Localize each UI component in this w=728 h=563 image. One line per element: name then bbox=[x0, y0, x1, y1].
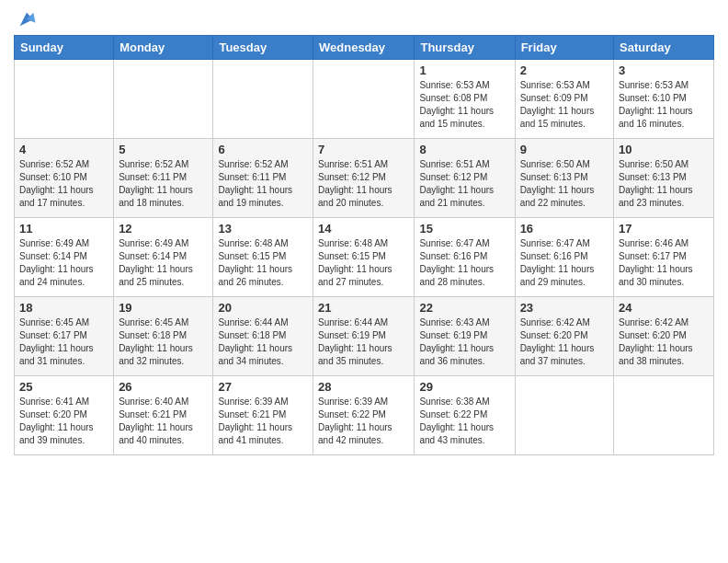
day-number: 28 bbox=[318, 380, 409, 394]
day-cell: 18Sunrise: 6:45 AM Sunset: 6:17 PM Dayli… bbox=[15, 297, 114, 376]
header-row: SundayMondayTuesdayWednesdayThursdayFrid… bbox=[15, 36, 714, 60]
day-cell: 9Sunrise: 6:50 AM Sunset: 6:13 PM Daylig… bbox=[515, 139, 613, 218]
day-info: Sunrise: 6:50 AM Sunset: 6:13 PM Dayligh… bbox=[520, 158, 609, 210]
day-number: 10 bbox=[619, 143, 709, 156]
day-cell bbox=[614, 376, 714, 455]
day-cell: 15Sunrise: 6:47 AM Sunset: 6:16 PM Dayli… bbox=[415, 218, 515, 297]
day-cell bbox=[114, 60, 213, 139]
day-cell: 25Sunrise: 6:41 AM Sunset: 6:20 PM Dayli… bbox=[15, 376, 114, 455]
day-info: Sunrise: 6:47 AM Sunset: 6:16 PM Dayligh… bbox=[419, 237, 509, 289]
day-info: Sunrise: 6:47 AM Sunset: 6:16 PM Dayligh… bbox=[520, 237, 609, 289]
day-cell: 7Sunrise: 6:51 AM Sunset: 6:12 PM Daylig… bbox=[313, 139, 415, 218]
day-number: 20 bbox=[218, 301, 308, 315]
day-info: Sunrise: 6:45 AM Sunset: 6:18 PM Dayligh… bbox=[119, 316, 208, 368]
logo-icon bbox=[17, 9, 37, 29]
day-info: Sunrise: 6:39 AM Sunset: 6:21 PM Dayligh… bbox=[218, 396, 308, 447]
day-number: 26 bbox=[119, 380, 208, 394]
day-cell: 14Sunrise: 6:48 AM Sunset: 6:15 PM Dayli… bbox=[313, 218, 415, 297]
day-cell bbox=[313, 60, 415, 139]
day-number: 11 bbox=[19, 222, 108, 236]
day-number: 29 bbox=[419, 380, 509, 394]
day-cell: 29Sunrise: 6:38 AM Sunset: 6:22 PM Dayli… bbox=[415, 376, 515, 455]
week-row-1: 1Sunrise: 6:53 AM Sunset: 6:08 PM Daylig… bbox=[15, 60, 714, 139]
day-number: 21 bbox=[318, 301, 409, 315]
day-number: 6 bbox=[218, 143, 308, 156]
day-number: 24 bbox=[619, 301, 709, 315]
day-cell: 4Sunrise: 6:52 AM Sunset: 6:10 PM Daylig… bbox=[15, 139, 114, 218]
column-header-friday: Friday bbox=[515, 36, 613, 60]
day-number: 23 bbox=[520, 301, 609, 315]
day-info: Sunrise: 6:52 AM Sunset: 6:11 PM Dayligh… bbox=[119, 158, 208, 210]
column-header-thursday: Thursday bbox=[415, 36, 515, 60]
day-info: Sunrise: 6:45 AM Sunset: 6:17 PM Dayligh… bbox=[19, 316, 108, 368]
day-info: Sunrise: 6:42 AM Sunset: 6:20 PM Dayligh… bbox=[619, 316, 709, 368]
column-header-tuesday: Tuesday bbox=[213, 36, 313, 60]
day-number: 19 bbox=[119, 301, 208, 315]
page: SundayMondayTuesdayWednesdayThursdayFrid… bbox=[0, 0, 728, 563]
day-cell: 22Sunrise: 6:43 AM Sunset: 6:19 PM Dayli… bbox=[415, 297, 515, 376]
day-info: Sunrise: 6:53 AM Sunset: 6:09 PM Dayligh… bbox=[520, 79, 609, 131]
day-cell: 5Sunrise: 6:52 AM Sunset: 6:11 PM Daylig… bbox=[114, 139, 213, 218]
day-cell: 3Sunrise: 6:53 AM Sunset: 6:10 PM Daylig… bbox=[614, 60, 714, 139]
day-cell: 17Sunrise: 6:46 AM Sunset: 6:17 PM Dayli… bbox=[614, 218, 714, 297]
calendar: SundayMondayTuesdayWednesdayThursdayFrid… bbox=[14, 35, 714, 455]
day-info: Sunrise: 6:48 AM Sunset: 6:15 PM Dayligh… bbox=[318, 237, 409, 289]
day-cell: 2Sunrise: 6:53 AM Sunset: 6:09 PM Daylig… bbox=[515, 60, 613, 139]
header bbox=[14, 9, 714, 29]
day-number: 12 bbox=[119, 222, 208, 236]
day-info: Sunrise: 6:51 AM Sunset: 6:12 PM Dayligh… bbox=[318, 158, 409, 210]
day-cell: 23Sunrise: 6:42 AM Sunset: 6:20 PM Dayli… bbox=[515, 297, 613, 376]
day-number: 17 bbox=[619, 222, 709, 236]
day-cell: 16Sunrise: 6:47 AM Sunset: 6:16 PM Dayli… bbox=[515, 218, 613, 297]
day-cell: 11Sunrise: 6:49 AM Sunset: 6:14 PM Dayli… bbox=[15, 218, 114, 297]
day-cell: 13Sunrise: 6:48 AM Sunset: 6:15 PM Dayli… bbox=[213, 218, 313, 297]
day-number: 27 bbox=[218, 380, 308, 394]
day-number: 14 bbox=[318, 222, 409, 236]
day-number: 7 bbox=[318, 143, 409, 156]
day-info: Sunrise: 6:49 AM Sunset: 6:14 PM Dayligh… bbox=[119, 237, 208, 289]
day-cell: 24Sunrise: 6:42 AM Sunset: 6:20 PM Dayli… bbox=[614, 297, 714, 376]
day-cell: 20Sunrise: 6:44 AM Sunset: 6:18 PM Dayli… bbox=[213, 297, 313, 376]
week-row-2: 4Sunrise: 6:52 AM Sunset: 6:10 PM Daylig… bbox=[15, 139, 714, 218]
logo bbox=[14, 13, 37, 29]
day-info: Sunrise: 6:50 AM Sunset: 6:13 PM Dayligh… bbox=[619, 158, 709, 210]
week-row-3: 11Sunrise: 6:49 AM Sunset: 6:14 PM Dayli… bbox=[15, 218, 714, 297]
day-info: Sunrise: 6:38 AM Sunset: 6:22 PM Dayligh… bbox=[419, 396, 509, 447]
day-number: 8 bbox=[419, 143, 509, 156]
day-info: Sunrise: 6:43 AM Sunset: 6:19 PM Dayligh… bbox=[419, 316, 509, 368]
day-cell: 28Sunrise: 6:39 AM Sunset: 6:22 PM Dayli… bbox=[313, 376, 415, 455]
day-cell: 27Sunrise: 6:39 AM Sunset: 6:21 PM Dayli… bbox=[213, 376, 313, 455]
day-number: 5 bbox=[119, 143, 208, 156]
day-info: Sunrise: 6:41 AM Sunset: 6:20 PM Dayligh… bbox=[19, 396, 108, 447]
day-info: Sunrise: 6:40 AM Sunset: 6:21 PM Dayligh… bbox=[119, 396, 208, 447]
day-number: 4 bbox=[19, 143, 108, 156]
day-cell: 26Sunrise: 6:40 AM Sunset: 6:21 PM Dayli… bbox=[114, 376, 213, 455]
day-number: 15 bbox=[419, 222, 509, 236]
day-cell: 21Sunrise: 6:44 AM Sunset: 6:19 PM Dayli… bbox=[313, 297, 415, 376]
day-info: Sunrise: 6:39 AM Sunset: 6:22 PM Dayligh… bbox=[318, 396, 409, 447]
day-cell bbox=[515, 376, 613, 455]
day-info: Sunrise: 6:46 AM Sunset: 6:17 PM Dayligh… bbox=[619, 237, 709, 289]
day-info: Sunrise: 6:44 AM Sunset: 6:19 PM Dayligh… bbox=[318, 316, 409, 368]
day-number: 16 bbox=[520, 222, 609, 236]
day-info: Sunrise: 6:53 AM Sunset: 6:10 PM Dayligh… bbox=[619, 79, 709, 131]
day-info: Sunrise: 6:52 AM Sunset: 6:11 PM Dayligh… bbox=[218, 158, 308, 210]
day-cell bbox=[15, 60, 114, 139]
day-info: Sunrise: 6:49 AM Sunset: 6:14 PM Dayligh… bbox=[19, 237, 108, 289]
column-header-sunday: Sunday bbox=[15, 36, 114, 60]
day-info: Sunrise: 6:44 AM Sunset: 6:18 PM Dayligh… bbox=[218, 316, 308, 368]
day-cell: 10Sunrise: 6:50 AM Sunset: 6:13 PM Dayli… bbox=[614, 139, 714, 218]
column-header-wednesday: Wednesday bbox=[313, 36, 415, 60]
week-row-4: 18Sunrise: 6:45 AM Sunset: 6:17 PM Dayli… bbox=[15, 297, 714, 376]
day-cell bbox=[213, 60, 313, 139]
day-number: 22 bbox=[419, 301, 509, 315]
day-info: Sunrise: 6:52 AM Sunset: 6:10 PM Dayligh… bbox=[19, 158, 108, 210]
day-number: 3 bbox=[619, 63, 709, 77]
day-cell: 8Sunrise: 6:51 AM Sunset: 6:12 PM Daylig… bbox=[415, 139, 515, 218]
day-number: 9 bbox=[520, 143, 609, 156]
day-number: 13 bbox=[218, 222, 308, 236]
column-header-monday: Monday bbox=[114, 36, 213, 60]
day-cell: 12Sunrise: 6:49 AM Sunset: 6:14 PM Dayli… bbox=[114, 218, 213, 297]
day-info: Sunrise: 6:51 AM Sunset: 6:12 PM Dayligh… bbox=[419, 158, 509, 210]
day-info: Sunrise: 6:53 AM Sunset: 6:08 PM Dayligh… bbox=[419, 79, 509, 131]
